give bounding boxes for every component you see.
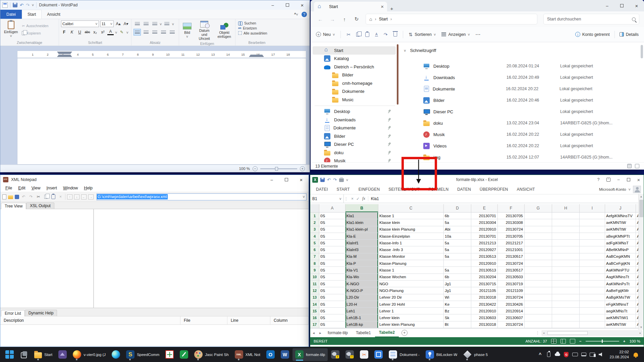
cell[interactable]: 20130701 <box>471 233 498 240</box>
cell[interactable] <box>580 260 605 267</box>
cell[interactable]: 20130503 <box>498 274 525 281</box>
row-header[interactable]: 5 <box>310 240 319 246</box>
name-box[interactable]: B1 <box>310 194 344 203</box>
cell[interactable] <box>580 213 605 219</box>
page-layout-view-icon[interactable] <box>560 339 566 344</box>
cell[interactable]: 20130422 <box>471 301 498 308</box>
row-header[interactable]: 13 <box>310 294 319 301</box>
cell[interactable] <box>552 213 580 219</box>
quick-access-dropdown-icon[interactable] <box>32 3 34 7</box>
cell[interactable]: 0S <box>319 267 345 274</box>
cell[interactable]: 20130724 <box>498 226 525 233</box>
cell[interactable] <box>580 253 605 260</box>
sidebar-item[interactable]: doku <box>313 148 396 157</box>
new-sheet-icon[interactable]: + <box>401 330 408 336</box>
menu-item[interactable]: View <box>29 186 44 190</box>
cell-selected[interactable]: Kla1-klein-pl <box>345 226 378 233</box>
sidebar-item[interactable]: Desktop <box>313 108 396 116</box>
cell[interactable]: 6b <box>444 274 471 281</box>
cell[interactable]: 5a <box>444 219 471 226</box>
ribbon-tab[interactable]: START <box>332 184 354 194</box>
cell[interactable]: 0S <box>319 281 345 287</box>
maximize-button[interactable] <box>614 0 629 11</box>
tab-datei[interactable]: Datei <box>0 10 22 19</box>
bold-button[interactable]: F <box>61 29 67 35</box>
spreadsheet-row[interactable]: 7 0S Kla-M Klasse-Monitor 5a 20130513 20… <box>310 253 644 260</box>
cell-selected[interactable]: Leh1B-1 <box>345 314 378 321</box>
cell[interactable]: Klasse klein <box>378 219 444 226</box>
cell[interactable] <box>552 260 580 267</box>
tray-button[interactable] <box>579 348 588 361</box>
cell[interactable]: 0S <box>319 213 345 219</box>
tray-button[interactable] <box>571 348 579 361</box>
cell[interactable]: AaBCegiKMN <box>605 253 636 260</box>
column-header[interactable]: D <box>444 204 471 212</box>
search-input[interactable]: Start durchsuchen <box>543 14 639 24</box>
spreadsheet-row[interactable]: 9 0S Kla-V1 Klasse 1 5a 20130513 2013051… <box>310 267 644 274</box>
cell[interactable] <box>580 308 605 314</box>
insert-image-button[interactable]: Bild <box>181 22 193 39</box>
copy-icon[interactable] <box>356 33 360 37</box>
cell-selected[interactable]: L20-H <box>345 301 378 308</box>
cell[interactable]: Wi <box>444 294 471 301</box>
tray-button[interactable] <box>588 348 597 361</box>
row-header[interactable]: 2 <box>310 219 319 226</box>
row-header[interactable]: 17 <box>310 321 319 328</box>
row-header[interactable]: 12 <box>310 287 319 294</box>
cell[interactable] <box>552 240 580 246</box>
quick-access-dropdown-icon[interactable] <box>346 177 348 183</box>
cell[interactable]: 0S <box>319 219 345 226</box>
spreadsheet-row[interactable]: 6 0S KlaInf3 Klasse -Info 3 5a 20120927 … <box>310 246 644 253</box>
italic-button[interactable]: K <box>69 29 75 35</box>
column-header[interactable]: J <box>605 204 636 212</box>
cell[interactable]: Jg1 <box>444 287 471 294</box>
zoom-in-button[interactable]: + <box>623 339 626 343</box>
row-header[interactable]: 9 <box>310 267 319 274</box>
close-button[interactable] <box>629 0 644 11</box>
cell[interactable]: Sk <box>444 314 471 321</box>
spreadsheet-row[interactable]: 3 0S Kla1-klein-pl Klasse klein Planung … <box>310 226 644 233</box>
cell[interactable]: Klasse -Info 3 <box>378 246 444 253</box>
horizontal-scrollbar[interactable]: ◂▸ <box>542 330 642 336</box>
cell[interactable]: 20121001 <box>498 246 525 253</box>
insert-datetime-button[interactable]: Datum und Uhrzeit <box>195 20 214 41</box>
cell[interactable]: eFgiKMNnsT <box>605 301 636 308</box>
cell[interactable]: 20130308 <box>498 219 525 226</box>
indent-marker[interactable] <box>57 55 72 57</box>
cell[interactable] <box>552 274 580 281</box>
cell[interactable]: 20130719 <box>498 281 525 287</box>
cell-selected[interactable]: L20-Dir <box>345 294 378 301</box>
cancel-icon[interactable]: × <box>351 196 354 201</box>
collapse-icon[interactable] <box>404 48 406 53</box>
cell[interactable] <box>580 219 605 226</box>
sidebar-item[interactable]: cmh-homepage <box>313 79 396 87</box>
cell[interactable]: NGO-Planung <box>378 287 444 294</box>
cell[interactable] <box>525 226 552 233</box>
cell[interactable]: Bz <box>444 308 471 314</box>
cell[interactable] <box>552 314 580 321</box>
clock[interactable]: 22:02 23.08.2024 <box>607 350 632 360</box>
cell-selected[interactable]: Kla-E <box>345 233 378 240</box>
ribbon-tab[interactable]: EINFÜGEN <box>354 184 384 194</box>
sidebar-item[interactable]: Dieser PC <box>313 140 396 149</box>
save-icon[interactable] <box>13 3 17 7</box>
spreadsheet-row[interactable]: 16 0S Leh1B-1 Lehrer klein Sk 20130603 2… <box>310 314 644 321</box>
find-button[interactable]: Suchen <box>237 20 276 25</box>
sheet-tab[interactable]: formate-tilp <box>324 329 352 337</box>
rename-icon[interactable]: A <box>375 33 378 37</box>
menu-item[interactable]: File <box>2 186 15 190</box>
cell[interactable] <box>444 260 471 267</box>
cell-selected[interactable]: Kla1 <box>345 213 378 219</box>
cell[interactable] <box>525 281 552 287</box>
cell[interactable] <box>525 274 552 281</box>
account-menu[interactable]: Microsoft-Konto <box>599 184 644 194</box>
zoom-out-button[interactable]: − <box>253 166 258 171</box>
file-list-scrollbar[interactable] <box>641 45 643 58</box>
taskbar-button[interactable]: v-vier0.jpg (J <box>70 348 108 361</box>
strikethrough-button[interactable]: abc <box>84 29 91 35</box>
home-icon[interactable] <box>369 16 372 22</box>
spreadsheet-row[interactable]: 14 0S L20-H Lehrer 20 Hohl Ke 20130422 2… <box>310 301 644 308</box>
cell[interactable]: 20121105 <box>471 287 498 294</box>
replace-button[interactable]: abErsetzen <box>237 25 276 31</box>
cell[interactable] <box>580 281 605 287</box>
